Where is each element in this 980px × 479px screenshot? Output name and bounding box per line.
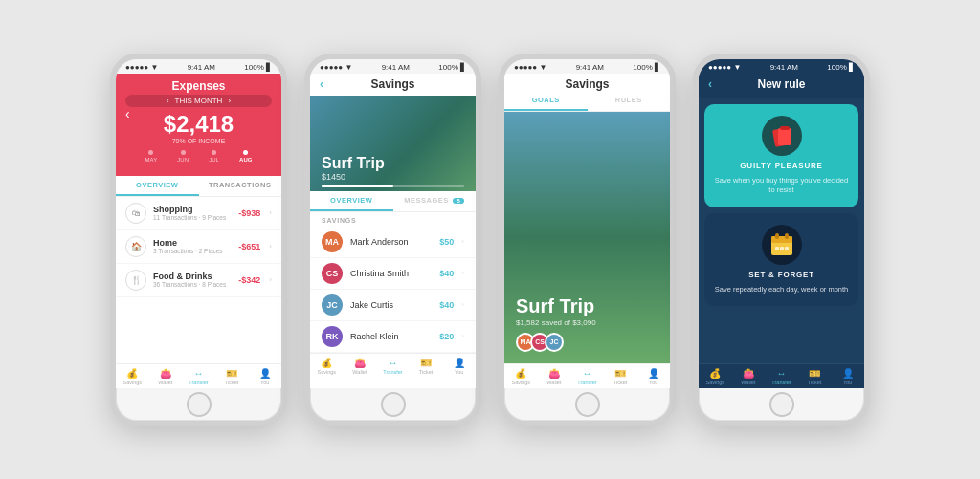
savings-members-list: MA Mark Anderson $50 › CS Christina Smit… xyxy=(310,227,476,353)
prev-month-btn[interactable]: ‹ xyxy=(167,97,169,105)
food-chevron-icon: › xyxy=(269,275,272,284)
expense-item-home[interactable]: 🏠 Home 3 Transactions · 2 Places -$651 › xyxy=(116,230,281,264)
guilty-pleasure-icon xyxy=(762,116,802,156)
you-nav-icon-2: 👤 xyxy=(454,358,465,368)
transfer-nav-label: Transfer xyxy=(189,380,208,385)
tab-overview-2[interactable]: OVERVIEW xyxy=(310,191,393,211)
ticket-nav-icon-3: 🎫 xyxy=(614,368,626,379)
signal-4: ●●●●● ▼ xyxy=(708,63,741,72)
month-nav[interactable]: ‹ THIS MONTH › xyxy=(125,95,272,107)
next-month-btn[interactable]: › xyxy=(228,97,231,105)
you-nav-label-2: You xyxy=(455,369,463,375)
nav-wallet-1[interactable]: 👛 Wallet xyxy=(149,364,183,388)
chart-dot-jul xyxy=(212,150,216,155)
member-amount-rachel: $20 xyxy=(439,332,454,341)
nav-ticket-1[interactable]: 🎫 Ticket xyxy=(215,364,249,388)
back-button-4[interactable]: ‹ xyxy=(708,77,712,91)
transfer-nav-icon-3: ↔ xyxy=(582,368,591,379)
savings-tabs: OVERVIEW MESSAGES 5 xyxy=(310,191,476,212)
nav-wallet-3[interactable]: 👛 Wallet xyxy=(538,364,571,388)
tab-messages-2[interactable]: MESSAGES 5 xyxy=(393,191,477,211)
home-button-4[interactable] xyxy=(769,392,794,417)
home-button-3[interactable] xyxy=(575,392,600,417)
svg-rect-1 xyxy=(778,128,791,145)
nav-you-2[interactable]: 👤 You xyxy=(442,354,476,378)
shopping-amount: -$938 xyxy=(238,208,260,218)
expense-item-shopping[interactable]: 🛍 Shopping 11 Transactions · 9 Places -$… xyxy=(116,197,281,230)
time-1: 9:41 AM xyxy=(188,63,215,72)
savings-goals-tabs: GOALS RULES xyxy=(504,91,670,112)
tab-rules[interactable]: RULES xyxy=(588,91,671,111)
expense-item-food[interactable]: 🍴 Food & Drinks 36 Transactions · 8 Plac… xyxy=(116,264,281,297)
nav-transfer-4[interactable]: ↔ Transfer xyxy=(765,364,798,388)
you-nav-icon-4: 👤 xyxy=(842,368,854,379)
expenses-sub: 70% OF INCOME xyxy=(125,138,272,144)
tab-goals[interactable]: GOALS xyxy=(504,91,588,111)
phone-2: ●●●●● ▼ 9:41 AM 100% ▋ ‹ Savings Surf Tr… xyxy=(304,54,481,426)
wallet-nav-label: Wallet xyxy=(158,380,172,385)
tab-transactions-1[interactable]: TRANSACTIONS xyxy=(199,176,282,196)
savings-goals-title: Savings xyxy=(565,77,609,91)
savings-nav-label-3: Savings xyxy=(512,380,531,385)
chart-month-may: MAY xyxy=(145,150,158,163)
you-nav-icon-3: 👤 xyxy=(648,368,659,379)
nav-you-1[interactable]: 👤 You xyxy=(248,364,281,388)
member-jake[interactable]: JC Jake Curtis $40 › xyxy=(310,290,476,321)
new-rule-header: ‹ New rule xyxy=(699,74,864,98)
svg-rect-6 xyxy=(785,233,789,239)
savings-header: ‹ Savings xyxy=(310,74,476,96)
ticket-nav-icon-4: 🎫 xyxy=(809,368,820,379)
nav-savings-4[interactable]: 💰 Savings xyxy=(699,364,732,388)
nav-transfer-1[interactable]: ↔ Transfer xyxy=(182,364,215,388)
back-button-1[interactable]: ‹ xyxy=(125,106,130,121)
goals-hero: Surf Trip $1,582 saved of $3,090 MA CS J… xyxy=(504,112,670,363)
food-amount: -$342 xyxy=(238,275,260,285)
ticket-nav-label-4: Ticket xyxy=(808,380,821,385)
time-4: 9:41 AM xyxy=(770,63,798,72)
signal-1: ●●●●● ▼ xyxy=(125,63,158,72)
screen-container: ●●●●● ▼ 9:41 AM 100% ▋ ‹ Expenses ‹ THIS… xyxy=(91,34,889,446)
food-name: Food & Drinks xyxy=(153,272,232,281)
transfer-nav-label-4: Transfer xyxy=(771,380,791,385)
signal-2: ●●●●● ▼ xyxy=(320,63,352,72)
nav-transfer-2[interactable]: ↔ Transfer xyxy=(376,354,410,378)
savings-hero: Surf Trip $1450 xyxy=(310,96,476,191)
home-button-1[interactable] xyxy=(187,392,212,417)
nav-wallet-2[interactable]: 👛 Wallet xyxy=(344,354,377,378)
nav-transfer-3[interactable]: ↔ Transfer xyxy=(570,364,604,388)
chart-month-aug: AUG xyxy=(239,150,252,163)
home-button-2[interactable] xyxy=(381,392,406,417)
savings-nav-icon-4: 💰 xyxy=(709,368,721,379)
you-nav-icon: 👤 xyxy=(259,368,271,379)
guilty-pleasure-card[interactable]: GUILTY PLEASURE Save when you buy things… xyxy=(704,104,858,207)
savings-list-screen: ‹ Savings Surf Trip $1450 OVERVIEW MESSA… xyxy=(310,74,476,388)
expenses-list: 🛍 Shopping 11 Transactions · 9 Places -$… xyxy=(116,197,281,363)
wallet-nav-icon-3: 👛 xyxy=(548,368,560,379)
member-mark[interactable]: MA Mark Anderson $50 › xyxy=(310,227,476,258)
set-forget-card[interactable]: SET & FORGET Save repeatedly each day, w… xyxy=(704,213,858,307)
back-button-2[interactable]: ‹ xyxy=(320,77,323,91)
food-sub: 36 Transactions · 8 Places xyxy=(153,281,232,288)
goals-group-avatars: MA CS JC xyxy=(516,333,658,352)
battery-2: 100% ▋ xyxy=(438,63,466,72)
chart-month-jun: JUN xyxy=(177,150,189,163)
nav-wallet-4[interactable]: 👛 Wallet xyxy=(732,364,766,388)
nav-ticket-2[interactable]: 🎫 Ticket xyxy=(410,354,443,378)
tab-overview-1[interactable]: OVERVIEW xyxy=(116,176,199,196)
member-christina[interactable]: CS Christina Smith $40 › xyxy=(310,258,476,290)
member-rachel[interactable]: RK Rachel Klein $20 › xyxy=(310,321,476,353)
hero-text: Surf Trip $1450 xyxy=(322,155,385,182)
wallet-nav-label-3: Wallet xyxy=(546,380,561,385)
chart-dot-jun xyxy=(181,150,186,155)
ticket-nav-label-3: Ticket xyxy=(613,380,627,385)
nav-ticket-4[interactable]: 🎫 Ticket xyxy=(798,364,832,388)
member-amount-mark: $50 xyxy=(439,237,454,247)
nav-ticket-3[interactable]: 🎫 Ticket xyxy=(604,364,637,388)
nav-savings-2[interactable]: 💰 Savings xyxy=(310,354,344,378)
messages-badge: 5 xyxy=(453,198,464,204)
nav-savings-3[interactable]: 💰 Savings xyxy=(504,364,538,388)
transfer-nav-label-3: Transfer xyxy=(577,380,596,385)
nav-savings-1[interactable]: 💰 Savings xyxy=(116,364,149,388)
nav-you-4[interactable]: 👤 You xyxy=(831,364,864,388)
nav-you-3[interactable]: 👤 You xyxy=(636,364,670,388)
